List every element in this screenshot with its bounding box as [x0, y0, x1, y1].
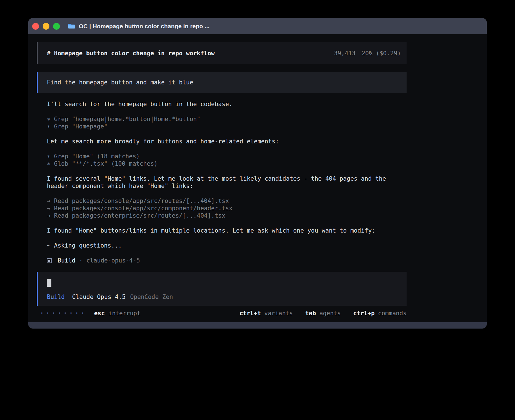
shortcut-hints: ctrl+t variants tab agents ctrl+p comman…: [239, 310, 407, 317]
agent-icon: [47, 258, 52, 263]
shortcut-variants: ctrl+t variants: [239, 310, 293, 317]
shortcut-key: ctrl+t: [239, 310, 261, 317]
user-message-text: Find the homepage button and make it blu…: [47, 79, 193, 86]
session-stats: 39,413 20% ($0.29): [334, 50, 401, 57]
tool-call-line: ∗ Glob "**/*.tsx" (100 matches): [47, 160, 396, 167]
assistant-message: I found "Home" buttons/links in multiple…: [47, 227, 396, 234]
tool-call-group: → Read packages/console/app/src/routes/[…: [47, 197, 396, 219]
close-button[interactable]: [32, 23, 39, 30]
tool-call-group: ∗ Grep "Home" (18 matches) ∗ Glob "**/*.…: [47, 153, 396, 167]
spinner-dots: ········: [37, 310, 87, 317]
agent-model: claude-opus-4-5: [86, 257, 140, 264]
assistant-status: ~ Asking questions...: [47, 242, 396, 249]
tool-call-line: ∗ Grep "homepage|home.*button|Home.*butt…: [47, 115, 396, 123]
shortcut-key: tab: [305, 310, 316, 317]
status-bar: ········ esc interrupt ctrl+t variants t…: [37, 310, 407, 317]
shortcut-label: variants: [264, 310, 293, 317]
session-header: # Homepage button color change in repo w…: [37, 42, 407, 64]
assistant-message: I'll search for the homepage button in t…: [47, 100, 396, 108]
transcript: I'll search for the homepage button in t…: [37, 100, 407, 264]
tool-call-line: ∗ Grep "Home" (18 matches): [47, 153, 396, 160]
tool-call-line: → Read packages/console/app/src/componen…: [47, 205, 396, 212]
agent-status-line: Build · claude-opus-4-5: [47, 257, 396, 264]
shortcut-key: ctrl+p: [353, 310, 375, 317]
provider-label: OpenCode Zen: [130, 293, 173, 301]
context-usage: 20% ($0.29): [362, 50, 401, 57]
shortcut-agents: tab agents: [305, 310, 341, 317]
token-count: 39,413: [334, 50, 355, 57]
shortcut-commands: ctrl+p commands: [353, 310, 407, 317]
window-title: OC | Homepage button color change in rep…: [79, 23, 210, 30]
agent-name: Build: [58, 257, 75, 264]
esc-key-hint: esc: [94, 310, 105, 317]
session-title: # Homepage button color change in repo w…: [47, 50, 215, 57]
tool-call-line: ∗ Grep "Homepage": [47, 123, 396, 130]
user-message: Find the homepage button and make it blu…: [37, 72, 407, 93]
agent-separator: ·: [79, 257, 83, 264]
assistant-message: I found several "Home" links. Let me loo…: [47, 175, 396, 190]
model-label[interactable]: Claude Opus 4.5: [72, 293, 126, 301]
window-titlebar[interactable]: OC | Homepage button color change in rep…: [28, 18, 487, 34]
text-cursor: [47, 279, 51, 287]
shortcut-label: commands: [378, 310, 407, 317]
agent-mode-label[interactable]: Build: [47, 293, 65, 301]
traffic-lights: [32, 23, 60, 30]
assistant-message: Let me search more broadly for buttons a…: [47, 138, 396, 145]
terminal-window: OC | Homepage button color change in rep…: [28, 18, 487, 329]
shortcut-label: agents: [319, 310, 341, 317]
folder-icon: [68, 23, 75, 29]
prompt-input[interactable]: Build Claude Opus 4.5 OpenCode Zen: [37, 272, 407, 306]
input-footer: Build Claude Opus 4.5 OpenCode Zen: [47, 293, 398, 301]
tool-call-line: → Read packages/console/app/src/routes/[…: [47, 197, 396, 205]
tool-call-group: ∗ Grep "homepage|home.*button|Home.*butt…: [47, 115, 396, 130]
minimize-button[interactable]: [43, 23, 49, 30]
interrupt-label: interrupt: [108, 310, 141, 317]
zoom-button[interactable]: [53, 23, 60, 30]
terminal-content: # Homepage button color change in repo w…: [28, 34, 487, 322]
tool-call-line: → Read packages/enterprise/src/routes/[.…: [47, 212, 396, 219]
